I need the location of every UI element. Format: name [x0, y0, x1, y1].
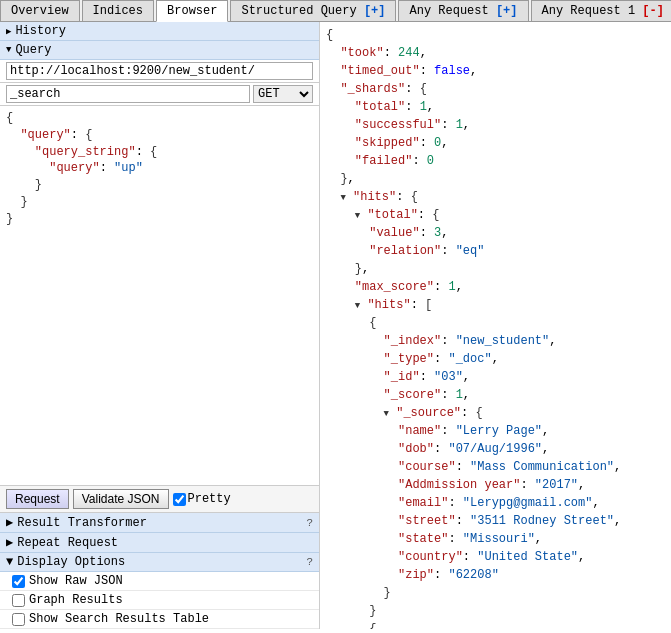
graph-results-label: Graph Results [29, 593, 123, 607]
tab-bar: Overview Indices Browser Structured Quer… [0, 0, 671, 22]
response-json: { "took": 244, "timed_out": false, "_sha… [326, 26, 665, 629]
query-editor[interactable]: { "query": { "query_string": { "query": … [0, 106, 319, 486]
endpoint-bar: GET POST PUT DELETE [0, 83, 319, 106]
tab-structured-query[interactable]: Structured Query [+] [230, 0, 396, 21]
result-transformer-label: Result Transformer [17, 516, 147, 530]
query-text: { "query": { "query_string": { "query": … [6, 110, 313, 228]
tab-indices[interactable]: Indices [82, 0, 154, 21]
request-button[interactable]: Request [6, 489, 69, 509]
endpoint-input[interactable] [6, 85, 250, 103]
url-input[interactable] [6, 62, 313, 80]
options-section: ▶ Result Transformer ? ▶ Repeat Request … [0, 513, 319, 629]
right-panel[interactable]: { "took": 244, "timed_out": false, "_sha… [320, 22, 671, 629]
display-options-label: Display Options [17, 555, 125, 569]
left-panel: ▶ History ▼ Query GET POST PUT DELETE { … [0, 22, 320, 629]
tab-any-request[interactable]: Any Request [+] [398, 0, 528, 21]
query-triangle-icon: ▼ [6, 45, 11, 55]
url-bar [0, 60, 319, 83]
pretty-checkbox[interactable] [173, 493, 186, 506]
history-item[interactable]: ▶ History [0, 22, 319, 41]
query-label: Query [15, 43, 51, 57]
result-transformer-help-icon[interactable]: ? [306, 517, 313, 529]
tab-browser[interactable]: Browser [156, 0, 228, 22]
display-options-row[interactable]: ▼ Display Options ? [0, 553, 319, 572]
validate-json-button[interactable]: Validate JSON [73, 489, 169, 509]
show-search-results-table-checkbox[interactable] [12, 613, 25, 626]
show-search-results-table-row: Show Search Results Table [0, 610, 319, 629]
show-raw-json-checkbox[interactable] [12, 575, 25, 588]
method-select[interactable]: GET POST PUT DELETE [253, 85, 313, 103]
repeat-request-label: Repeat Request [17, 536, 118, 550]
query-item[interactable]: ▼ Query [0, 41, 319, 60]
show-search-results-table-label: Show Search Results Table [29, 612, 209, 626]
main-layout: ▶ History ▼ Query GET POST PUT DELETE { … [0, 22, 671, 629]
result-transformer-row[interactable]: ▶ Result Transformer ? [0, 513, 319, 533]
result-transformer-triangle-icon: ▶ [6, 515, 13, 530]
display-options-triangle-icon: ▼ [6, 555, 13, 569]
repeat-request-row[interactable]: ▶ Repeat Request [0, 533, 319, 553]
pretty-label: Pretty [188, 492, 231, 506]
editor-buttons-bar: Request Validate JSON Pretty [0, 486, 319, 513]
tab-any-request-1[interactable]: Any Request 1 [-] [531, 0, 671, 21]
display-options-help-icon[interactable]: ? [306, 556, 313, 568]
history-label: History [15, 24, 65, 38]
show-raw-json-label: Show Raw JSON [29, 574, 123, 588]
graph-results-row: Graph Results [0, 591, 319, 610]
repeat-request-triangle-icon: ▶ [6, 535, 13, 550]
tab-overview[interactable]: Overview [0, 0, 80, 21]
graph-results-checkbox[interactable] [12, 594, 25, 607]
show-raw-json-row: Show Raw JSON [0, 572, 319, 591]
pretty-checkbox-label[interactable]: Pretty [173, 492, 231, 506]
history-triangle-icon: ▶ [6, 26, 11, 37]
